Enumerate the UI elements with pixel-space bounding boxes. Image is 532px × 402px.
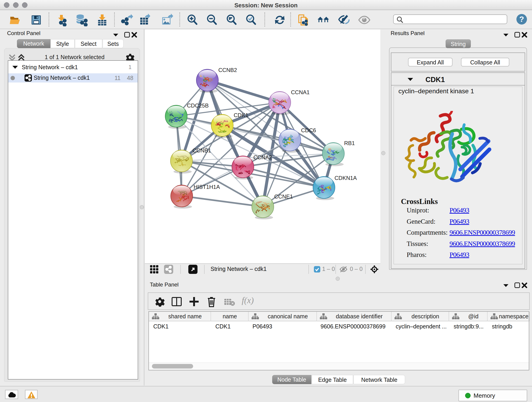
- svg-text:CDKN1A: CDKN1A: [335, 175, 357, 181]
- svg-text:CCNB2: CCNB2: [218, 67, 237, 73]
- svg-text:HIST1H1A: HIST1H1A: [194, 184, 220, 190]
- svg-text:CCNE1: CCNE1: [274, 193, 293, 200]
- svg-text:CDC6: CDC6: [301, 127, 316, 133]
- svg-text:?: ?: [519, 15, 524, 23]
- svg-text:CCNB1: CCNB1: [192, 147, 211, 153]
- svg-text:CDC25B: CDC25B: [187, 102, 209, 109]
- svg-text:CCNA1: CCNA1: [291, 89, 310, 95]
- svg-text:CDK1: CDK1: [234, 112, 248, 118]
- svg-text:RB1: RB1: [344, 140, 355, 146]
- svg-text:CCNA2: CCNA2: [253, 154, 272, 160]
